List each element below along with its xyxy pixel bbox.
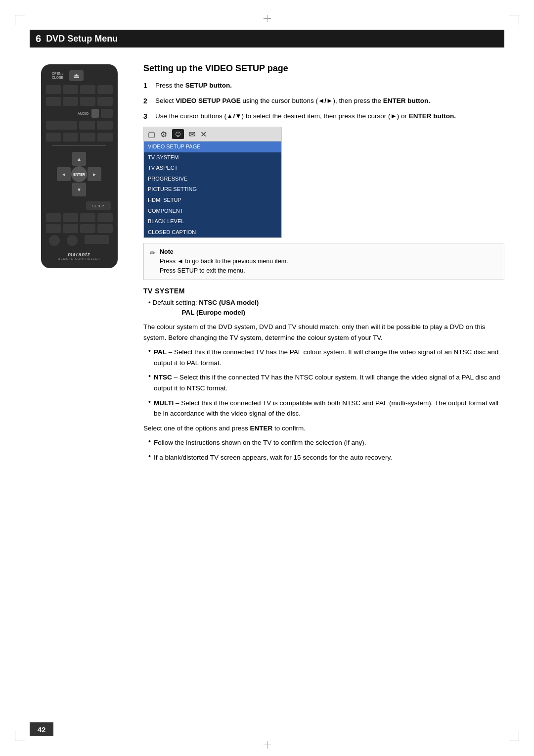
menu-screenshot: ▢ ⚙ ☺ ✉ ✕ VIDEO SETUP PAGE TV SYSTEM TV … [143, 127, 282, 238]
remote-long-btn[interactable] [46, 121, 78, 130]
bullet-multi-symbol: • [148, 398, 151, 419]
remote-row-6 [46, 224, 113, 233]
corner-mark-br [509, 731, 519, 741]
dpad-right-button[interactable]: ► [88, 167, 101, 181]
remote-btn-9[interactable] [46, 133, 61, 142]
dpad-enter-button[interactable]: ENTER [71, 166, 87, 182]
remote-btn-4[interactable] [97, 85, 113, 94]
step-1-text: Press the SETUP button. [155, 81, 232, 91]
remote-brand: marantz REMOTE CONTROLLER [58, 252, 100, 260]
followup-bullet-1-text: Follow the instructions shown on the TV … [154, 437, 366, 448]
chapter-number: 6 [36, 33, 41, 45]
remote-btn-14[interactable] [63, 213, 78, 222]
note-line-1: Press ◄ to go back to the previous menu … [160, 258, 288, 265]
menu-item-video-setup[interactable]: VIDEO SETUP PAGE [144, 142, 281, 152]
remote-btn-20[interactable] [97, 224, 113, 233]
followup-bullet-1-symbol: • [148, 437, 151, 448]
bullet-pal-symbol: • [148, 347, 151, 368]
note-icon: ✏ [150, 248, 156, 258]
remote-row3-btn2[interactable] [97, 121, 113, 130]
menu-items-list: VIDEO SETUP PAGE TV SYSTEM TV ASPECT PRO… [144, 142, 281, 237]
note-label: Note [160, 248, 174, 255]
remote-btn-3[interactable] [80, 85, 95, 94]
bullet-pal-text: PAL – Select this if the connected TV ha… [154, 347, 504, 368]
remote-setup-button[interactable]: SETUP [86, 201, 111, 210]
remote-dpad: ▲ ▼ ◄ ► ENTER [57, 152, 101, 196]
left-panel: OPEN / CLOSE ⏏ AUDIO [30, 54, 129, 716]
remote-btn-11[interactable] [80, 133, 95, 142]
step-2-number: 2 [143, 96, 152, 106]
menu-item-progressive[interactable]: PROGRESSIVE [144, 174, 281, 185]
step-3-number: 3 [143, 111, 152, 122]
remote-circle-btn-1[interactable] [49, 235, 60, 246]
remote-control: OPEN / CLOSE ⏏ AUDIO [41, 64, 118, 268]
tv-system-intro: The colour system of the DVD system, DVD… [143, 322, 504, 343]
followup-bullet-2-symbol: • [148, 452, 151, 463]
menu-item-closed-caption[interactable]: CLOSED CAPTION [144, 227, 281, 238]
section-title: Setting up the VIDEO SETUP page [143, 63, 504, 74]
remote-eject-button[interactable]: ⏏ [69, 70, 84, 81]
remote-btn-12[interactable] [97, 133, 113, 142]
remote-audio-label: AUDIO [46, 112, 90, 115]
menu-item-black-level[interactable]: BLACK LEVEL [144, 216, 281, 227]
menu-item-hdmi-setup[interactable]: HDMI SETUP [144, 195, 281, 206]
remote-row-2 [46, 97, 113, 106]
step-3: 3 Use the cursor buttons (▲/▼) to select… [143, 111, 504, 122]
remote-row-1 [46, 85, 113, 94]
remote-btn-extra[interactable] [101, 109, 113, 118]
remote-btn-1[interactable] [46, 85, 61, 94]
remote-audio-button[interactable] [91, 109, 98, 118]
right-panel: Setting up the VIDEO SETUP page 1 Press … [138, 54, 504, 716]
remote-btn-7[interactable] [80, 97, 95, 106]
chapter-title: DVD Setup Menu [46, 34, 118, 44]
corner-mark-tr [509, 15, 519, 25]
remote-btn-2[interactable] [63, 85, 78, 94]
remote-btn-15[interactable] [80, 213, 95, 222]
dpad-up-button[interactable]: ▲ [72, 152, 86, 166]
bullet-ntsc: • NTSC – Select this if the connected TV… [143, 372, 504, 393]
menu-icon-settings: ⚙ [160, 130, 167, 139]
remote-btn-8[interactable] [97, 97, 113, 106]
remote-audio-row: AUDIO [46, 109, 113, 118]
remote-btn-13[interactable] [46, 213, 61, 222]
bullet-ntsc-symbol: • [148, 372, 151, 393]
menu-item-picture-setting[interactable]: PICTURE SETTING [144, 184, 281, 195]
remote-circle-row [46, 235, 113, 246]
remote-btn-19[interactable] [80, 224, 95, 233]
remote-row-3 [46, 121, 113, 130]
note-line-2: Press SETUP to exit the menu. [160, 267, 245, 274]
remote-btn-5[interactable] [46, 97, 61, 106]
remote-row-4 [46, 133, 113, 142]
menu-icon-lock: ✉ [189, 130, 195, 139]
menu-item-component[interactable]: COMPONENT [144, 206, 281, 217]
menu-icon-folder: ▢ [148, 130, 155, 139]
step-1: 1 Press the SETUP button. [143, 81, 504, 91]
bullet-pal: • PAL – Select this if the connected TV … [143, 347, 504, 368]
remote-open-close-label: OPEN / CLOSE [46, 72, 70, 80]
dpad-left-button[interactable]: ◄ [57, 167, 71, 181]
menu-item-tv-aspect[interactable]: TV ASPECT [144, 163, 281, 174]
page-number: 42 [30, 722, 53, 736]
remote-circle-btn-2[interactable] [67, 235, 78, 246]
remote-btn-16[interactable] [97, 213, 113, 222]
corner-mark-bl [15, 731, 25, 741]
remote-btn-6[interactable] [63, 97, 78, 106]
remote-setup-row: SETUP [46, 201, 113, 210]
step-2-text: Select VIDEO SETUP PAGE using the cursor… [155, 96, 430, 106]
remote-btn-18[interactable] [63, 224, 78, 233]
followup-bullet-2-text: If a blank/distorted TV screen appears, … [154, 452, 392, 463]
remote-wide-btn[interactable] [85, 235, 109, 244]
remote-btn-17[interactable] [46, 224, 61, 233]
header-bar: 6 DVD Setup Menu [30, 30, 504, 47]
remote-row3-btn1[interactable] [79, 121, 95, 130]
followup-bullet-1: • Follow the instructions shown on the T… [143, 437, 504, 448]
remote-top: OPEN / CLOSE ⏏ [46, 70, 113, 81]
default-setting: • Default setting: NTSC (USA model) PAL … [143, 298, 504, 318]
menu-item-tv-system[interactable]: TV SYSTEM [144, 152, 281, 163]
menu-icon-close: ✕ [200, 130, 207, 139]
menu-icons-row: ▢ ⚙ ☺ ✉ ✕ [144, 127, 281, 142]
dpad-down-button[interactable]: ▼ [72, 183, 86, 196]
remote-btn-10[interactable] [63, 133, 78, 142]
main-content: OPEN / CLOSE ⏏ AUDIO [30, 54, 504, 716]
default-label: Default setting: [152, 299, 197, 306]
